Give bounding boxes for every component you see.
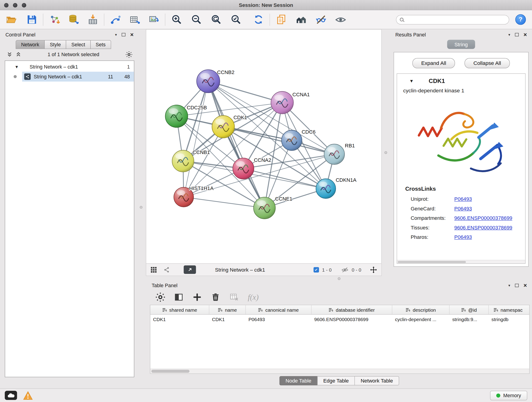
bottom-splitter-handle[interactable] (338, 277, 341, 280)
cloud-status-button[interactable] (5, 391, 17, 400)
expand-all-chevrons-icon[interactable] (7, 51, 12, 57)
column-header-description[interactable]: description (392, 305, 450, 314)
zoom-in-button[interactable] (169, 12, 184, 27)
tab-network[interactable]: Network (16, 40, 45, 49)
scrollbar-thumb[interactable] (398, 261, 466, 263)
open-in-new-window-button[interactable] (184, 265, 196, 274)
network-node-ccnb2[interactable]: CCNB2 (196, 70, 234, 93)
panel-float-icon[interactable] (122, 33, 125, 36)
network-overview-share-icon[interactable] (163, 266, 170, 273)
panel-close-icon[interactable]: × (524, 283, 527, 288)
close-window-button[interactable] (4, 3, 8, 7)
open-session-button[interactable] (4, 12, 18, 27)
table-settings-gear-icon[interactable] (156, 293, 165, 302)
zoom-selected-button[interactable] (229, 12, 243, 27)
column-header-namespace[interactable]: namespac (489, 305, 527, 314)
tab-string[interactable]: String (447, 40, 475, 49)
scrollbar-thumb[interactable] (151, 370, 190, 373)
table-row[interactable]: CDK1 CDK1 P06493 9606.ENSP00000378699 cy… (150, 315, 529, 324)
network-node-ccna2[interactable]: CCNA2 (233, 157, 271, 179)
copy-document-button[interactable] (274, 12, 288, 27)
home-button[interactable] (294, 12, 308, 27)
panel-menu-caret-icon[interactable]: ▾ (115, 32, 117, 37)
network-row-selected[interactable]: String Network – cdk1 11 48 (5, 72, 134, 82)
results-panel: Results Panel ▾ × String Expand All Coll… (393, 31, 530, 268)
column-header-canonical-name[interactable]: canonical name (246, 305, 311, 314)
export-table-button[interactable] (127, 12, 142, 27)
network-collection-row[interactable]: ▼ String Network – cdk1 1 (5, 62, 134, 72)
toolbar-separator (270, 13, 270, 26)
section-collapse-caret-icon[interactable]: ▼ (409, 78, 413, 83)
table-toolbar: f(x) (149, 289, 530, 305)
column-header-id[interactable]: @id (450, 305, 489, 314)
cell-name: CDK1 (209, 317, 246, 322)
network-canvas[interactable]: CCNB2CCNA1CDC25BCDK1CDC6RB1CCNB1CCNA2CDK… (146, 30, 381, 263)
panel-close-icon[interactable]: × (130, 32, 133, 38)
select-columns-icon[interactable] (174, 293, 183, 302)
show-eye-button[interactable] (333, 12, 348, 27)
column-header-database-identifier[interactable]: database identifier (312, 305, 393, 314)
grid-view-icon[interactable] (150, 266, 157, 273)
tab-select[interactable]: Select (66, 40, 91, 49)
help-button[interactable]: ? (515, 14, 526, 25)
table-header-row: shared name name canonical name database… (150, 305, 529, 315)
pan-move-icon[interactable] (370, 266, 377, 274)
hide-glasses-button[interactable] (314, 12, 328, 27)
tab-network-table[interactable]: Network Table (355, 376, 399, 385)
tab-edge-table[interactable]: Edge Table (317, 376, 355, 385)
panel-float-icon[interactable] (515, 284, 519, 287)
crosslink-genecard-link[interactable]: P06493 (454, 206, 525, 211)
tab-node-table[interactable]: Node Table (279, 376, 317, 385)
selected-count: 1 - 0 (322, 267, 332, 273)
column-header-shared-name[interactable]: shared name (150, 305, 209, 314)
selected-checkbox-icon[interactable] (313, 267, 319, 273)
crosslink-tissues-link[interactable]: 9606.ENSP00000378699 (454, 225, 525, 230)
import-network-from-file-button[interactable] (47, 12, 62, 27)
collapse-all-button[interactable]: Collapse All (465, 58, 510, 68)
panel-menu-caret-icon[interactable]: ▾ (508, 283, 510, 288)
expand-all-button[interactable]: Expand All (412, 58, 455, 68)
column-header-name[interactable]: name (209, 305, 246, 314)
minimize-window-button[interactable] (13, 3, 17, 7)
zoom-out-button[interactable] (189, 12, 203, 27)
gear-icon[interactable] (126, 51, 132, 57)
tab-style[interactable]: Style (44, 40, 66, 49)
warning-button[interactable] (23, 391, 33, 400)
new-network-from-selection-button[interactable] (108, 12, 123, 27)
crosslink-compartments-link[interactable]: 9606.ENSP00000378699 (454, 215, 525, 221)
delete-column-trash-icon[interactable] (211, 293, 220, 302)
network-node-ccne1[interactable]: CCNE1 (254, 196, 292, 219)
crosslink-pharos-link[interactable]: P06493 (454, 234, 525, 240)
network-node-hist1h1a[interactable]: HIST1H1A (174, 185, 214, 207)
left-splitter-handle[interactable] (140, 206, 143, 209)
panel-menu-caret-icon[interactable]: ▾ (508, 32, 510, 37)
apply-layout-button[interactable] (251, 12, 265, 27)
results-buttons: Expand All Collapse All (394, 52, 528, 73)
zoom-fit-button[interactable] (209, 12, 223, 27)
import-table-button[interactable] (85, 12, 100, 27)
crosslink-uniprot-link[interactable]: P06493 (454, 196, 525, 202)
panel-float-icon[interactable] (515, 33, 519, 36)
hidden-eye-slash-icon[interactable] (341, 266, 349, 274)
network-node-rb1[interactable]: RB1 (324, 143, 355, 165)
tree-expand-caret-icon[interactable]: ▼ (15, 64, 19, 69)
zoom-window-button[interactable] (22, 3, 26, 7)
search-input[interactable] (406, 17, 505, 22)
panel-close-icon[interactable]: × (524, 32, 527, 38)
tab-sets[interactable]: Sets (90, 40, 111, 49)
network-node-cdc6[interactable]: CDC6 (282, 129, 316, 151)
collapse-all-chevrons-icon[interactable] (16, 51, 21, 57)
right-splitter-handle[interactable] (385, 151, 387, 154)
memory-button[interactable]: Memory (490, 390, 527, 400)
add-column-plus-icon[interactable] (192, 293, 202, 302)
gene-section-header[interactable]: ▼ CDK1 (397, 74, 525, 88)
network-node-count: 11 (108, 74, 113, 79)
delete-table-icon-disabled (229, 293, 239, 302)
export-image-button[interactable] (147, 12, 161, 27)
network-node-ccna1[interactable]: CCNA1 (271, 91, 310, 114)
cell-namespace: stringdb (489, 317, 527, 322)
network-node-cdkn1a[interactable]: CDKN1A (316, 177, 356, 198)
save-session-button[interactable] (25, 12, 39, 27)
save-floppy-icon (26, 14, 37, 25)
import-network-from-database-button[interactable] (66, 12, 81, 27)
